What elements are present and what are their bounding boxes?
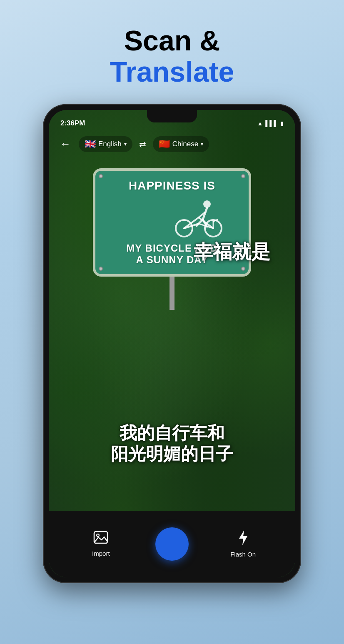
phone-frame: 2:36PM ▲ ▌▌▌ ▮ ← 🇬🇧 English ▾ ⇄ bbox=[43, 104, 301, 583]
capture-button[interactable] bbox=[155, 527, 189, 561]
target-lang-name: Chinese bbox=[172, 140, 198, 148]
header: Scan & Translate bbox=[110, 25, 234, 87]
import-icon bbox=[93, 531, 108, 547]
battery-icon: ▮ bbox=[280, 120, 284, 127]
flash-label: Flash On bbox=[230, 551, 256, 558]
target-lang-chevron-icon: ▾ bbox=[201, 141, 203, 147]
bolt-bl bbox=[99, 267, 103, 271]
translation-bottom-line1: 我的自行车和 bbox=[111, 423, 233, 444]
status-icons: ▲ ▌▌▌ ▮ bbox=[257, 120, 284, 127]
status-time: 2:36PM bbox=[60, 119, 85, 127]
translation-overlay-top: 幸福就是 bbox=[194, 239, 270, 265]
bolt-br bbox=[241, 267, 245, 271]
target-language-selector[interactable]: 🇨🇳 Chinese ▾ bbox=[153, 136, 209, 152]
bolt-tr bbox=[241, 174, 245, 178]
swap-languages-icon[interactable]: ⇄ bbox=[139, 139, 146, 149]
header-line1: Scan & bbox=[110, 25, 234, 56]
source-language-selector[interactable]: 🇬🇧 English ▾ bbox=[79, 136, 132, 152]
header-line2: Translate bbox=[110, 56, 234, 87]
phone-screen: 2:36PM ▲ ▌▌▌ ▮ ← 🇬🇧 English ▾ ⇄ bbox=[49, 110, 295, 577]
target-lang-flag: 🇨🇳 bbox=[159, 139, 170, 150]
translation-bottom-line2: 阳光明媚的日子 bbox=[111, 444, 233, 464]
sign-text-top: HAPPINESS IS bbox=[108, 179, 236, 192]
wifi-icon: ▲ bbox=[257, 120, 263, 127]
svg-rect-13 bbox=[94, 532, 107, 543]
svg-point-14 bbox=[97, 534, 99, 537]
translation-overlay-bottom: 我的自行车和 阳光明媚的日子 bbox=[111, 423, 233, 465]
source-lang-chevron-icon: ▾ bbox=[124, 141, 127, 147]
flash-icon bbox=[237, 530, 249, 548]
signal-icon: ▌▌▌ bbox=[265, 120, 278, 127]
source-lang-flag: 🇬🇧 bbox=[85, 139, 96, 150]
back-arrow-icon: ← bbox=[60, 137, 71, 150]
svg-marker-15 bbox=[239, 530, 247, 545]
source-lang-name: English bbox=[98, 140, 122, 148]
bicycle-icon bbox=[108, 197, 236, 238]
bottom-toolbar: Import Flash On bbox=[49, 511, 295, 577]
import-label: Import bbox=[92, 550, 110, 557]
nav-bar: ← 🇬🇧 English ▾ ⇄ 🇨🇳 Chinese ▾ bbox=[49, 132, 295, 157]
flash-button[interactable]: Flash On bbox=[227, 530, 260, 558]
sign-pole bbox=[170, 277, 174, 310]
import-button[interactable]: Import bbox=[84, 531, 117, 557]
phone-notch bbox=[147, 110, 197, 122]
phone-mockup: 2:36PM ▲ ▌▌▌ ▮ ← 🇬🇧 English ▾ ⇄ bbox=[43, 104, 301, 583]
bolt-tl bbox=[99, 174, 103, 178]
back-button[interactable]: ← bbox=[57, 136, 74, 152]
svg-point-0 bbox=[203, 200, 211, 208]
